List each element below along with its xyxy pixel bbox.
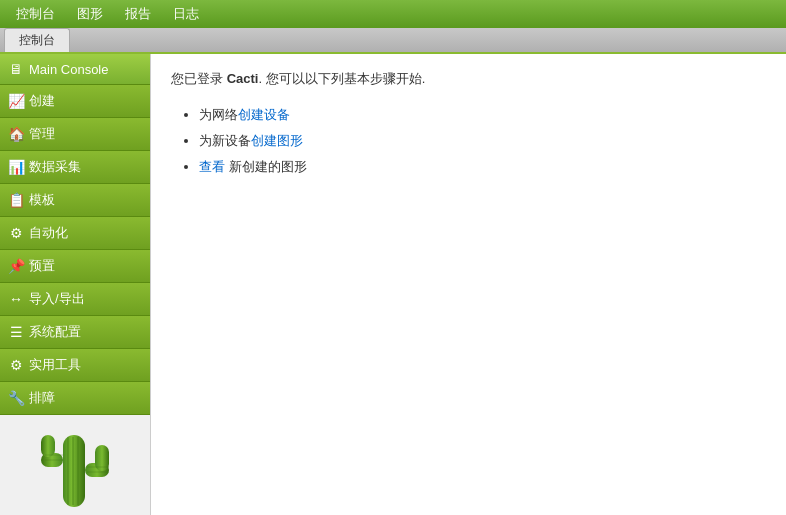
sidebar-label-import-export: 导入/导出 (29, 290, 85, 308)
template-icon: 📋 (8, 192, 24, 208)
step1-link[interactable]: 创建设备 (238, 107, 290, 122)
sidebar-label-preset: 预置 (29, 257, 55, 275)
step3-suffix: 新创建的图形 (225, 159, 307, 174)
sidebar-item-troubleshoot[interactable]: 🔧 排障 (0, 382, 150, 415)
create-icon: 📈 (8, 93, 24, 109)
sidebar-item-import-export[interactable]: ↔ 导入/导出 (0, 283, 150, 316)
top-navigation: 控制台 图形 报告 日志 (0, 0, 786, 28)
step-2: 为新设备创建图形 (199, 128, 766, 154)
svg-rect-2 (41, 435, 55, 457)
cactus-logo (35, 415, 115, 515)
sidebar-label-create: 创建 (29, 92, 55, 110)
manage-icon: 🏠 (8, 126, 24, 142)
sidebar-label-data-collect: 数据采集 (29, 158, 81, 176)
sidebar-item-template[interactable]: 📋 模板 (0, 184, 150, 217)
import-export-icon: ↔ (8, 291, 24, 307)
step-3: 查看 新创建的图形 (199, 154, 766, 180)
sidebar-item-preset[interactable]: 📌 预置 (0, 250, 150, 283)
sidebar-item-automate[interactable]: ⚙ 自动化 (0, 217, 150, 250)
troubleshoot-icon: 🔧 (8, 390, 24, 406)
sidebar-item-manage[interactable]: 🏠 管理 (0, 118, 150, 151)
sidebar-item-tools[interactable]: ⚙ 实用工具 (0, 349, 150, 382)
step2-link[interactable]: 创建图形 (251, 133, 303, 148)
sidebar: 🖥 Main Console 📈 创建 🏠 管理 📊 数据采集 📋 模板 ⚙ 自… (0, 54, 151, 515)
tab-console[interactable]: 控制台 (4, 28, 70, 52)
monitor-icon: 🖥 (8, 61, 24, 77)
welcome-prefix: 您已登录 (171, 71, 227, 86)
sidebar-label-troubleshoot: 排障 (29, 389, 55, 407)
sidebar-cactus-area (0, 415, 150, 515)
sidebar-item-sysconfig[interactable]: ☰ 系统配置 (0, 316, 150, 349)
steps-list: 为网络创建设备 为新设备创建图形 查看 新创建的图形 (171, 102, 766, 180)
sidebar-item-main-console[interactable]: 🖥 Main Console (0, 54, 150, 85)
nav-item-console[interactable]: 控制台 (6, 2, 65, 26)
sidebar-label-main-console: Main Console (29, 62, 109, 77)
step2-prefix: 为新设备 (199, 133, 251, 148)
nav-item-report[interactable]: 报告 (115, 2, 161, 26)
automate-icon: ⚙ (8, 225, 24, 241)
sysconfig-icon: ☰ (8, 324, 24, 340)
sidebar-item-create[interactable]: 📈 创建 (0, 85, 150, 118)
step3-link[interactable]: 查看 (199, 159, 225, 174)
nav-item-log[interactable]: 日志 (163, 2, 209, 26)
main-layout: 🖥 Main Console 📈 创建 🏠 管理 📊 数据采集 📋 模板 ⚙ 自… (0, 54, 786, 515)
sidebar-item-data-collect[interactable]: 📊 数据采集 (0, 151, 150, 184)
welcome-message: 您已登录 Cacti. 您可以以下列基本步骤开始. (171, 70, 766, 88)
data-icon: 📊 (8, 159, 24, 175)
sidebar-label-sysconfig: 系统配置 (29, 323, 81, 341)
step-1: 为网络创建设备 (199, 102, 766, 128)
tab-bar: 控制台 (0, 28, 786, 54)
welcome-suffix: . 您可以以下列基本步骤开始. (258, 71, 425, 86)
svg-rect-0 (63, 435, 85, 507)
nav-item-graph[interactable]: 图形 (67, 2, 113, 26)
sidebar-label-template: 模板 (29, 191, 55, 209)
sidebar-label-tools: 实用工具 (29, 356, 81, 374)
step1-prefix: 为网络 (199, 107, 238, 122)
tools-icon: ⚙ (8, 357, 24, 373)
preset-icon: 📌 (8, 258, 24, 274)
content-area: 您已登录 Cacti. 您可以以下列基本步骤开始. 为网络创建设备 为新设备创建… (151, 54, 786, 515)
sidebar-label-automate: 自动化 (29, 224, 68, 242)
sidebar-label-manage: 管理 (29, 125, 55, 143)
brand-name: Cacti (227, 71, 259, 86)
